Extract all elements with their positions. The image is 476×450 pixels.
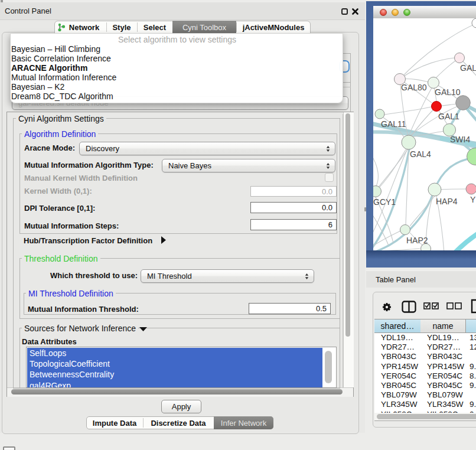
svg-text:GAL11: GAL11 bbox=[381, 119, 406, 129]
svg-text:GAL: GAL bbox=[460, 63, 476, 73]
svg-text:GAL1: GAL1 bbox=[438, 112, 459, 121]
svg-text:Y: Y bbox=[470, 195, 476, 204]
svg-text:GAL80: GAL80 bbox=[401, 83, 427, 92]
svg-text:SWI4: SWI4 bbox=[450, 135, 470, 144]
svg-text:GAL4: GAL4 bbox=[410, 149, 431, 159]
svg-text:GCY1: GCY1 bbox=[373, 197, 396, 207]
svg-text:HAP4: HAP4 bbox=[436, 197, 458, 206]
svg-text:HAP2: HAP2 bbox=[406, 236, 428, 245]
svg-text:GAL10: GAL10 bbox=[435, 87, 461, 97]
